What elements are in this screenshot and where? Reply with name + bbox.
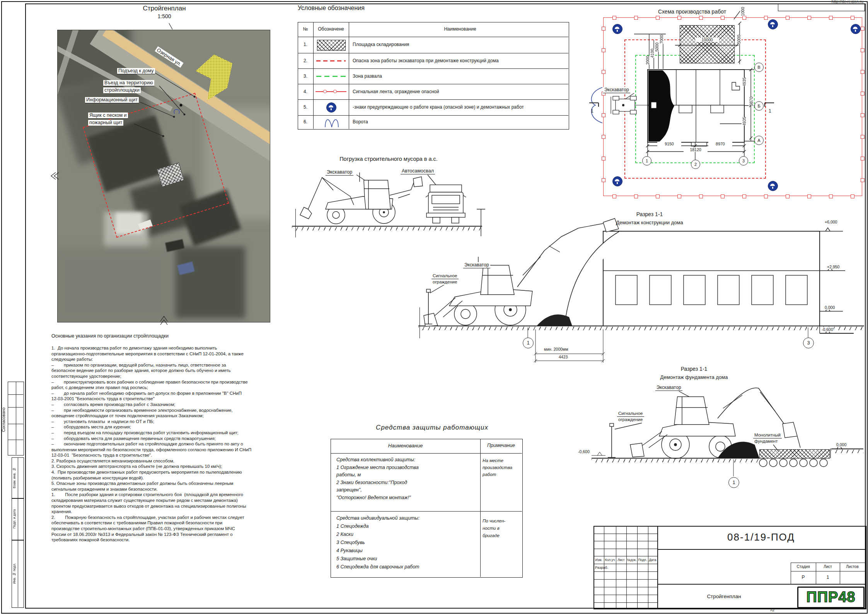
storage-hatch-symbol	[317, 40, 346, 51]
schema-title: Схема производства работ	[634, 9, 750, 15]
section1-fence-label-2: ограждение	[431, 279, 458, 285]
crane-warning-sign-icon	[768, 181, 778, 191]
dim-9150: 9150	[657, 142, 681, 146]
level-plus2950: +2,950	[827, 264, 840, 269]
fence-square	[602, 113, 605, 117]
section2-fence-label-2: ограждение	[617, 417, 644, 423]
axis-bubble-3: 3	[739, 156, 748, 165]
crane-warning-sign-icon	[768, 19, 778, 29]
loading-ground	[292, 226, 482, 227]
fence-square	[602, 157, 605, 160]
section2-excavator-label: Экскаватор	[655, 385, 682, 391]
dim-4935-top: 4935	[742, 77, 747, 86]
dim-8970: 8970	[708, 142, 732, 146]
legend-h-num: №	[298, 26, 313, 32]
label-entrance-1: Въезд на территорию	[103, 80, 154, 86]
loading-truck-label: Автосамосвал	[401, 168, 435, 174]
tb-col-ndok: №док.	[626, 558, 637, 562]
fence-square	[829, 194, 833, 198]
logo-text: ППР48	[806, 589, 855, 605]
fence-square	[742, 194, 746, 198]
axis-bubble-2: 2	[691, 160, 700, 169]
schema-excavator-label: Экскаватор	[603, 87, 630, 93]
fence-square	[602, 48, 605, 52]
danger-zone-symbol	[316, 60, 346, 61]
fence-square	[829, 16, 833, 20]
section1-excavator-label: Экскаватор	[463, 262, 490, 268]
fence-square	[699, 194, 703, 198]
legend-h-name: Наименование	[418, 26, 503, 32]
section2-ground	[592, 458, 759, 459]
fence-square	[861, 113, 865, 117]
strip-vzam: Взам. инв. №	[12, 459, 16, 497]
legend-name: Ворота	[353, 119, 368, 125]
label-sandbox-2: пожарный щит	[88, 120, 123, 126]
legend-num: 2.	[298, 58, 313, 63]
doc-number: 08-1/19-ПОД	[657, 531, 865, 543]
fence-square	[807, 194, 811, 198]
label-driveway: Подъезд к дому	[117, 68, 155, 74]
signal-tape-dot	[323, 90, 327, 93]
section2-fence-label-1: Сигнальное	[617, 411, 644, 417]
siteplan-title: Стройгенплан	[126, 5, 203, 12]
legend-num: 5.	[298, 104, 313, 110]
signal-tape-dot	[333, 90, 337, 93]
fence-square	[807, 16, 811, 20]
section2-level-0000: 0,000	[836, 442, 847, 447]
legend-h-symbol: Обозначене	[313, 26, 349, 32]
section2-foundation-label-1: Монолитный	[753, 432, 782, 438]
loading-excavator-label: Экскаватор	[326, 169, 353, 176]
fence-square	[602, 70, 605, 74]
protection-row-name: Средства индивидуальной защиты: 1 Спецод…	[336, 514, 477, 571]
section2-title: Разрез 1-1	[648, 366, 740, 372]
fence-square	[851, 194, 854, 198]
strip-inv: Инв. № подл.	[12, 541, 16, 605]
label-entrance-2: стройплощадки	[103, 87, 141, 93]
fence-square	[677, 194, 681, 198]
fence-square	[634, 16, 638, 20]
section2-subtitle: Демонтаж фундамента дома	[648, 374, 740, 380]
strip-podp: Подп. и дата	[12, 499, 16, 539]
dim-7000: 7000	[659, 35, 664, 44]
dim-4935-bottom: 4935	[742, 117, 747, 126]
crane-warning-sign-icon	[851, 24, 861, 34]
label-sandbox-1: Ящик с песком и	[88, 113, 128, 119]
section1-bubble-3: 3	[803, 338, 814, 348]
section1-fence-label-1: Сигнальное	[431, 273, 459, 279]
axis-bubble-a: А	[754, 136, 764, 145]
protection-h-note: Примечание	[480, 443, 522, 448]
legend-name: Сигнальная лента, ограждение опасной	[353, 89, 439, 94]
gate-symbol-icon	[324, 117, 339, 128]
fence-square	[656, 16, 660, 20]
dim-9870: 9870	[749, 97, 754, 106]
crane-warning-sign-icon	[612, 176, 622, 186]
dim-1000: 1000	[740, 7, 745, 16]
tb-col-data: Дата	[648, 558, 657, 562]
dim-2000: 2000	[645, 56, 650, 65]
protection-row-note: На месте производства работ	[483, 457, 521, 478]
fence-square	[612, 16, 616, 20]
legend-title: Условные обозначения	[298, 5, 365, 12]
fence-square	[634, 194, 638, 198]
protection-row-note: По числен- ности в бригаде	[483, 517, 521, 539]
dim-4100: 4100	[650, 49, 655, 58]
dim-18120: 18120	[684, 147, 708, 152]
dim-5000-right: 5000	[736, 35, 742, 44]
crane-warning-sign-icon	[326, 102, 336, 113]
fence-square	[861, 92, 865, 96]
tb-col-koluch: Кол.уч	[604, 558, 616, 562]
schema-collapse-zone	[635, 55, 755, 163]
fence-square	[602, 135, 605, 139]
logo-box: ППР48	[797, 587, 865, 608]
signal-tape-symbol	[315, 91, 346, 92]
section-mark-left: 1	[591, 108, 593, 114]
aerial-photo	[57, 30, 270, 322]
label-infoboard: Информационный щит	[85, 97, 139, 103]
axis-bubble-b: Б	[754, 101, 764, 111]
section2-foundation-label-2: фундамент	[753, 438, 779, 444]
tb-stage-value: Р	[791, 575, 816, 580]
fence-square	[602, 178, 605, 182]
dim-5000-left: 5000	[654, 43, 660, 51]
crane-warning-sign-icon	[612, 24, 622, 34]
fence-square	[612, 194, 616, 198]
